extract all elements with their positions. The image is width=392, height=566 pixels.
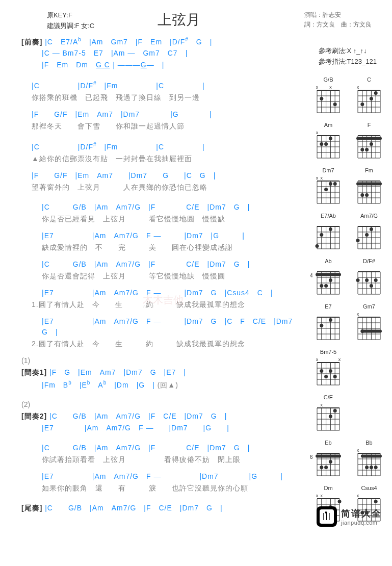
song-title: 上弦月: [54, 10, 304, 30]
chord-name-label: E7: [325, 303, 331, 310]
chord-text: G C: [96, 61, 110, 69]
svg-rect-129: [316, 273, 341, 276]
repeat-1: (1): [21, 355, 303, 366]
lyric: 1.圓了有情人赴 今 生 約 缺成我最孤單的想念: [21, 299, 303, 310]
chord-text: |E: [72, 380, 87, 389]
chord-diagrams-grid: G/BxxCxAmxFDm7xxFmE7/AbAm7/GAb4D/F#E7Gm7…: [310, 36, 387, 524]
svg-point-219: [324, 466, 328, 469]
svg-point-43: [324, 142, 328, 146]
chord-text: |C — Bm7-5 E7 |Am — Gm7 C7 |: [42, 49, 188, 57]
svg-point-131: [324, 284, 328, 288]
repeat-2: (2): [21, 399, 303, 410]
svg-point-103: [329, 227, 332, 231]
chord-text: |F G/F |Em Am7 |Dm7 G |C G |: [32, 171, 216, 179]
chord-text: G |: [189, 37, 213, 45]
svg-text:x: x: [316, 357, 319, 362]
svg-point-42: [320, 142, 323, 146]
chord-diagram: E7: [310, 303, 346, 343]
chord-name-label: Ab: [325, 258, 331, 264]
chord-diagram: Cx: [351, 76, 387, 116]
svg-point-174: [360, 329, 364, 333]
chord-diagram: Fm: [351, 167, 387, 207]
chord-name-label: Eb: [325, 440, 331, 446]
chord-name-label: E7/Ab: [321, 213, 336, 219]
site-logo: 简谱大全 jianpudq.com: [317, 506, 382, 527]
svg-text:x: x: [316, 130, 319, 135]
chord-name-label: Am: [324, 122, 333, 128]
chord-name-label: Fm: [365, 167, 373, 173]
chord-diagram: Ab4: [310, 258, 346, 297]
svg-point-252: [338, 500, 342, 503]
chord-name-label: Gm7: [363, 303, 375, 310]
svg-point-14: [333, 102, 337, 106]
lyric: 你是否已經看見 上弦月 看它慢慢地圓 慢慢缺: [21, 214, 303, 224]
lyric: 缺成愛情裡的 不 完 美 圓在心裡變成感謝: [21, 242, 303, 253]
inter1-label: [間奏1]: [21, 368, 47, 376]
chord-text: |Fm |C |: [97, 143, 205, 151]
svg-rect-217: [316, 454, 341, 457]
chord-name-label: C/E: [324, 394, 333, 400]
chord-text: |C |D/F: [32, 143, 93, 151]
chord-name-label: Dm: [324, 485, 332, 491]
svg-point-89: [365, 193, 369, 197]
chord-diagram: Am7/G: [351, 213, 387, 252]
fretboard-icon: [356, 130, 382, 160]
svg-point-58: [365, 148, 369, 151]
chord-diagram: Dm7xx: [310, 167, 346, 207]
svg-text:x: x: [357, 312, 359, 317]
fretboard-icon: [356, 220, 382, 251]
chord-text: |C G/B |Am Am7/G |F C/E |Dm7 G |: [42, 444, 250, 452]
logo-icon: [317, 506, 337, 527]
chord-text: |C G/B |Am Am7/G |F C/E |Dm7 G |: [42, 504, 222, 512]
back-label: (回▲): [158, 380, 178, 389]
chord-diagram: Gm7x: [351, 303, 387, 343]
svg-text:x: x: [329, 85, 332, 90]
svg-point-190: [329, 369, 332, 373]
svg-point-235: [370, 466, 373, 469]
chord-text: |C G/B |Am Am7/G |F C/E |Dm7 G |: [47, 412, 227, 420]
svg-point-73: [324, 188, 328, 191]
svg-point-236: [374, 466, 378, 469]
chord-text: ｜———: [110, 61, 141, 69]
chord-diagram: F: [351, 122, 387, 161]
outro-label: [尾奏]: [21, 504, 42, 512]
chord-name-label: F: [368, 122, 371, 128]
fretboard-icon: x: [315, 402, 342, 432]
lyric: ▲給你的信郵票沒有貼 一封封疊在我抽屜裡面: [32, 155, 192, 163]
strum-ref: 參考刷法:X ↑_↑↓: [319, 46, 377, 57]
svg-point-159: [320, 324, 323, 327]
svg-point-147: [374, 278, 378, 282]
svg-point-115: [356, 239, 360, 242]
fretboard-icon: [315, 311, 342, 342]
chord-name-label: Am7/G: [360, 213, 378, 219]
lyric: 那裡冬天 會下雪 你和誰一起過情人節: [21, 121, 303, 132]
svg-point-88: [360, 193, 364, 197]
fretboard-icon: xx: [315, 84, 342, 115]
fretboard-icon: x: [315, 130, 342, 160]
svg-rect-87: [356, 182, 382, 185]
lyric: 如果你的眼角 還 有 淚 也許它沒聽見你的心願: [21, 483, 303, 494]
chord-text: G: [141, 61, 147, 69]
svg-point-218: [320, 466, 323, 469]
inter2-label: [間奏2]: [21, 412, 47, 420]
svg-point-101: [316, 244, 319, 248]
chord-text: |F G |Em Am7 |Dm7 G |E7 |: [47, 368, 186, 376]
svg-point-146: [370, 284, 373, 288]
chord-text: |E7 |Am Am7/G F — |Dm7 |G |: [42, 424, 229, 432]
svg-point-160: [329, 318, 332, 322]
svg-text:x: x: [357, 448, 359, 453]
chord-text: |E7 |Am Am7/G F — |Dm7 |G |: [42, 231, 245, 240]
svg-point-29: [374, 91, 378, 95]
fretboard-icon: x: [356, 84, 382, 115]
chord-text: |C G/B |Am Am7/G |F C/E |Dm7 G |: [42, 260, 250, 268]
chord-name-label: G/B: [324, 76, 333, 83]
svg-rect-56: [356, 137, 382, 140]
svg-point-189: [324, 375, 328, 378]
fret-number: 6: [310, 454, 313, 460]
svg-point-204: [329, 415, 332, 418]
credits: 詞：方文良 曲：方文良: [304, 20, 372, 30]
chord-text: — |: [147, 61, 165, 69]
chord-name-label: D/F#: [363, 258, 375, 264]
svg-text:x: x: [316, 493, 319, 498]
chord-diagram: Amx: [310, 122, 346, 161]
